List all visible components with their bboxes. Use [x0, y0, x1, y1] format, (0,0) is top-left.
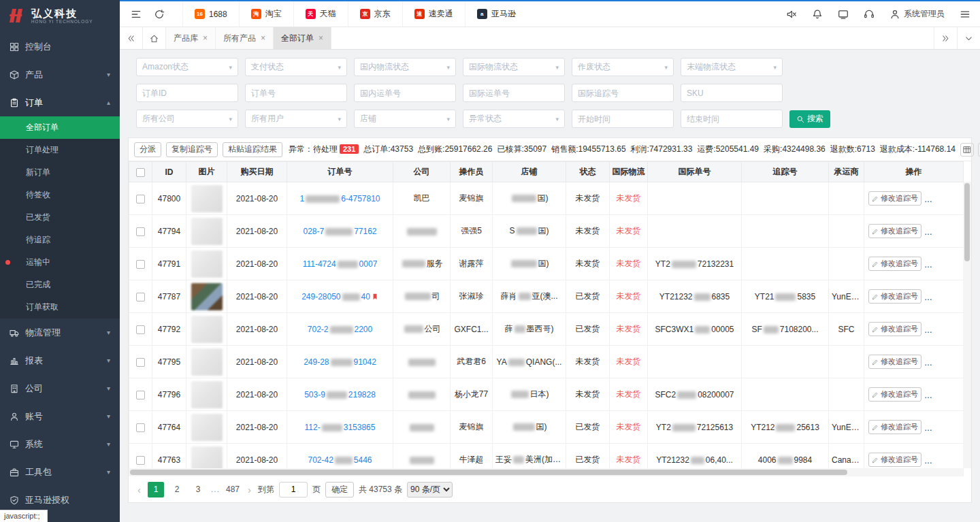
- page-button-3[interactable]: 3: [190, 482, 206, 497]
- filter-select-pay-status[interactable]: 支付状态▾: [245, 58, 347, 76]
- edit-tracking-button[interactable]: 修改追踪号: [868, 355, 921, 369]
- filter-input-sku[interactable]: [681, 84, 783, 102]
- edit-tracking-button[interactable]: 修改追踪号: [868, 191, 921, 206]
- page-button-1[interactable]: 1: [148, 482, 164, 497]
- admin-menu[interactable]: 系统管理员: [889, 8, 945, 20]
- tab-close-icon[interactable]: ×: [318, 33, 323, 43]
- refresh-icon[interactable]: [154, 9, 165, 20]
- filter-select-intl-logistics-status[interactable]: 国际物流状态▾: [463, 58, 565, 76]
- row-checkbox[interactable]: [136, 358, 145, 367]
- row-checkbox[interactable]: [136, 227, 145, 236]
- sidebar-item-toolkit[interactable]: 工具包▾: [0, 458, 120, 486]
- service-icon[interactable]: [864, 9, 875, 20]
- screenshot-icon[interactable]: [838, 9, 849, 20]
- edit-tracking-button[interactable]: 修改追踪号: [868, 420, 921, 434]
- filter-input-intl-waybill-no[interactable]: [463, 84, 565, 102]
- order-number-link[interactable]: 702-22200: [308, 325, 372, 334]
- row-checkbox[interactable]: [136, 391, 145, 399]
- paste-tracking-result-button[interactable]: 粘贴追踪结果: [223, 142, 282, 157]
- filter-input-end-time[interactable]: [681, 110, 783, 128]
- table-settings-icon[interactable]: [960, 143, 974, 157]
- marketplace-link-aliexpress[interactable]: 速速卖通: [402, 1, 465, 27]
- dispatch-button[interactable]: 分派: [134, 142, 161, 157]
- sidebar-item-company[interactable]: 公司▾: [0, 374, 120, 402]
- marketplace-link-taobao[interactable]: 淘淘宝: [239, 1, 293, 27]
- sidebar-subitem-all-orders[interactable]: 全部订单: [0, 116, 120, 139]
- sidebar-subitem-new-orders[interactable]: 新订单: [0, 161, 120, 184]
- search-button[interactable]: 搜索: [789, 110, 830, 128]
- sidebar-subitem-order-fetch[interactable]: 订单获取: [0, 296, 120, 319]
- confirm-button[interactable]: 确定: [325, 482, 354, 497]
- next-page-button[interactable]: ›: [246, 484, 253, 495]
- copy-tracking-button[interactable]: 复制追踪号: [166, 142, 218, 157]
- edit-tracking-button[interactable]: 修改追踪号: [868, 453, 921, 467]
- order-number-link[interactable]: 702-425446: [308, 455, 372, 465]
- tab-close-icon[interactable]: ×: [261, 33, 265, 43]
- vertical-scrollbar[interactable]: [963, 182, 971, 468]
- tab-home[interactable]: [143, 27, 166, 49]
- order-number-link[interactable]: 111-47240007: [303, 259, 378, 269]
- order-number-link[interactable]: 249-2891042: [304, 357, 376, 367]
- filter-input-order-id[interactable]: [136, 84, 238, 102]
- filter-select-last-mile-status[interactable]: 末端物流状态▾: [681, 58, 783, 76]
- select-all-checkbox[interactable]: [136, 168, 145, 177]
- page-button-487[interactable]: 487: [225, 482, 241, 497]
- row-checkbox[interactable]: [136, 195, 145, 203]
- sidebar-subitem-pending-receipt[interactable]: 待签收: [0, 184, 120, 206]
- order-number-link[interactable]: 249-2805040: [301, 292, 370, 301]
- collapse-menu-icon[interactable]: [131, 9, 142, 20]
- row-checkbox[interactable]: [136, 423, 145, 432]
- filter-input-start-time[interactable]: [572, 110, 674, 128]
- order-number-link[interactable]: 112-3153865: [305, 423, 376, 432]
- order-number-link[interactable]: 503-9219828: [304, 390, 376, 399]
- vertical-scroll-thumb[interactable]: [964, 183, 970, 261]
- edit-tracking-button[interactable]: 修改追踪号: [868, 224, 921, 238]
- horizontal-scrollbar[interactable]: [129, 468, 963, 476]
- horizontal-scroll-thumb[interactable]: [130, 470, 847, 475]
- sidebar-subitem-completed[interactable]: 已完成: [0, 274, 120, 296]
- tab-close-icon[interactable]: ×: [203, 33, 208, 43]
- filter-select-user[interactable]: 所有用户▾: [245, 110, 347, 128]
- notifications-icon[interactable]: [812, 9, 823, 20]
- page-size-select[interactable]: 90 条/页: [407, 482, 453, 497]
- filter-input-domestic-waybill-no[interactable]: [354, 84, 456, 102]
- row-checkbox[interactable]: [136, 456, 145, 465]
- prev-page-button[interactable]: ‹: [135, 484, 143, 495]
- marketplace-link-1688[interactable]: 161688: [182, 1, 239, 27]
- filter-input-intl-tracking-no[interactable]: [572, 84, 674, 102]
- sidebar-subitem-order-processing[interactable]: 订单处理: [0, 139, 120, 161]
- page-button-2[interactable]: 2: [169, 482, 185, 497]
- sidebar-item-products[interactable]: 产品▾: [0, 61, 120, 88]
- sidebar-item-reports[interactable]: 报表▾: [0, 346, 120, 374]
- tab-product-library[interactable]: 产品库×: [166, 27, 216, 49]
- more-menu-icon[interactable]: [960, 9, 970, 20]
- filter-select-company[interactable]: 所有公司▾: [136, 110, 238, 128]
- tabs-scroll-left[interactable]: [120, 27, 143, 49]
- order-number-link[interactable]: 16-4757810: [299, 194, 380, 203]
- sidebar-subitem-in-transit[interactable]: 运输中: [0, 251, 120, 274]
- sidebar-item-logistics[interactable]: 物流管理▾: [0, 319, 120, 346]
- sidebar-subitem-shipped[interactable]: 已发货: [0, 206, 120, 229]
- marketplace-link-amazon[interactable]: a亚马逊: [465, 1, 527, 27]
- row-checkbox[interactable]: [136, 293, 145, 301]
- marketplace-link-jd[interactable]: 京京东: [348, 1, 402, 27]
- edit-tracking-button[interactable]: 修改追踪号: [868, 289, 921, 304]
- marketplace-link-tmall[interactable]: 天天猫: [293, 1, 348, 27]
- filter-select-store[interactable]: 店铺▾: [354, 110, 456, 128]
- filter-select-exception-status[interactable]: 异常状态▾: [463, 110, 565, 128]
- tab-all-orders[interactable]: 全部订单×: [274, 27, 331, 49]
- edit-tracking-button[interactable]: 修改追踪号: [868, 257, 921, 271]
- tab-all-products[interactable]: 所有产品×: [216, 27, 274, 49]
- filter-input-order-no[interactable]: [245, 84, 347, 102]
- filter-select-domestic-logistics-status[interactable]: 国内物流状态▾: [354, 58, 456, 76]
- sidebar-item-accounts[interactable]: 账号▾: [0, 402, 120, 430]
- filter-select-amazon-status[interactable]: Amazon状态▾: [136, 58, 238, 76]
- row-checkbox[interactable]: [136, 260, 145, 269]
- order-number-link[interactable]: 028-777162: [303, 227, 376, 236]
- announcement-icon[interactable]: [786, 9, 797, 20]
- sidebar-subitem-pending-tracking[interactable]: 待追踪: [0, 229, 120, 251]
- edit-tracking-button[interactable]: 修改追踪号: [868, 387, 921, 402]
- goto-page-input[interactable]: [279, 482, 308, 497]
- row-checkbox[interactable]: [136, 325, 145, 334]
- tabs-scroll-right[interactable]: [934, 27, 957, 49]
